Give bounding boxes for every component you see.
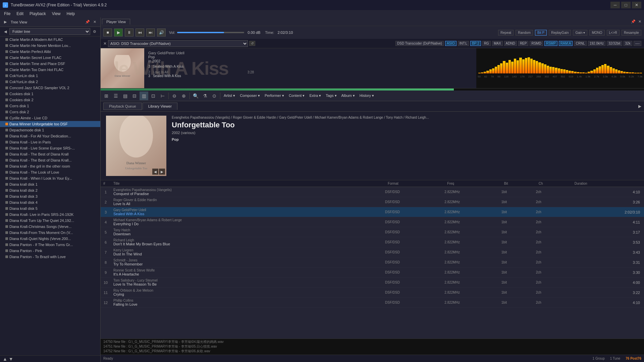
tree-item-23[interactable]: Diana Krall - When I Look In Your Ey... bbox=[0, 175, 100, 181]
output-close-button[interactable]: ✕ bbox=[103, 41, 107, 46]
tool-view3-button[interactable]: ▤ bbox=[121, 92, 129, 100]
resample-button[interactable]: Resample bbox=[622, 30, 641, 36]
table-row[interactable]: 3 Gary Geld/Peter Udell Sealed With A Ki… bbox=[101, 207, 644, 217]
search-button[interactable]: 🔍 bbox=[191, 92, 200, 100]
menu-edit[interactable]: Edit bbox=[14, 11, 26, 17]
tags-filter-dropdown[interactable]: Tags ▾ bbox=[324, 93, 338, 99]
tree-item-2[interactable]: Clarie Martin Perfect Alibi bbox=[0, 49, 100, 55]
table-row[interactable]: 2 Roger Glover & Eddie Hardin Love Is Al… bbox=[101, 197, 644, 207]
tree-item-22[interactable]: Diana Krall - The Look of Love bbox=[0, 169, 100, 175]
tree-pin-button[interactable]: 📌 bbox=[84, 19, 91, 25]
tree-item-7[interactable]: CokYunLin disk 2 bbox=[0, 79, 100, 85]
table-row[interactable]: 6 Richard Leigh Don't It Make My Brown E… bbox=[101, 237, 644, 247]
stop-button[interactable]: ■ bbox=[103, 28, 112, 37]
tree-item-27[interactable]: Diana krall disk 4 bbox=[0, 199, 100, 205]
folder-back-button[interactable]: ◀ bbox=[3, 29, 8, 35]
table-row[interactable]: 1 Evanghelos Papathanassiou (Vangelis) C… bbox=[101, 187, 644, 197]
tab-library-viewer[interactable]: Library Viewer bbox=[143, 103, 177, 110]
tree-item-10[interactable]: Cookies disk 2 bbox=[0, 97, 100, 103]
tree-item-19[interactable]: Diana Krall - The Best of Diana Krall bbox=[0, 151, 100, 157]
tool-zoom-in-button[interactable]: ⊕ bbox=[179, 92, 188, 100]
menu-view[interactable]: View bbox=[49, 11, 63, 17]
output-device-selector[interactable]: ASIO: DSD Transcoder (DoP/Native) bbox=[108, 40, 248, 47]
tree-item-20[interactable]: Diana Krall - The Best of Diana Krall... bbox=[0, 157, 100, 163]
player-pin-button[interactable]: 📌 bbox=[630, 19, 637, 24]
tree-item-15[interactable]: Depachemode disk 1 bbox=[0, 127, 100, 133]
tree-item-5[interactable]: Clarie Martin Too Darn Hot FLAC bbox=[0, 67, 100, 73]
tree-item-3[interactable]: Clarie Martin Secret Love FLAC bbox=[0, 55, 100, 61]
replaygain-button[interactable]: ReplayGain bbox=[549, 30, 571, 36]
tree-item-14[interactable]: Dana Winner Unforgetable too DSF bbox=[0, 121, 100, 127]
tree-item-13[interactable]: Cyrille Aimée - Live CD bbox=[0, 115, 100, 121]
repeat-button[interactable]: Repeat bbox=[498, 30, 514, 36]
tree-item-9[interactable]: Cookies disk 1 bbox=[0, 91, 100, 97]
table-row[interactable]: 11 Roy Orbison & Joe Melson Crying DSF/D… bbox=[101, 288, 644, 298]
table-row[interactable]: 4 Michael Kamen/Bryan Adams & Robert Lan… bbox=[101, 217, 644, 227]
table-row[interactable]: 7 Kerry Livgren Dust In The Wind DSF/DSD… bbox=[101, 247, 644, 257]
tool-view6-button[interactable]: ⊡ bbox=[149, 92, 158, 100]
playback-progress[interactable] bbox=[101, 88, 644, 90]
tree-item-8[interactable]: Concord Jazz SACD Sampler VOL 2 bbox=[0, 85, 100, 91]
tree-item-32[interactable]: Diana Krall-From This Moment On (V... bbox=[0, 230, 100, 236]
tree-nav-up-button[interactable]: ▲ bbox=[3, 356, 7, 362]
tab-playback-queue[interactable]: Playback Queue bbox=[103, 103, 142, 110]
tree-expand-button[interactable]: ▶ bbox=[3, 19, 8, 25]
tab-scroll-right[interactable]: ▶ bbox=[638, 104, 641, 109]
lr-button[interactable]: L<>R bbox=[607, 30, 620, 36]
tree-item-0[interactable]: Clarie Martin A Modern Art FLAC bbox=[0, 37, 100, 43]
extra-filter-dropdown[interactable]: Extra ▾ bbox=[307, 93, 323, 99]
tree-item-36[interactable]: Diana Panton - To Brazil with Love bbox=[0, 254, 100, 260]
tree-item-21[interactable]: Diana krall - the gril in the other room bbox=[0, 163, 100, 169]
tool-view5-button[interactable]: ▥ bbox=[140, 92, 148, 100]
table-row[interactable]: 5 Tony Hatch Downtown DSF/DSD 2.822MHz 1… bbox=[101, 227, 644, 237]
random-button[interactable]: Random bbox=[516, 30, 533, 36]
tree-item-34[interactable]: Diana Panton - If The Moon Turns Gr... bbox=[0, 242, 100, 248]
artist-filter-dropdown[interactable]: Artist ▾ bbox=[222, 93, 237, 99]
next-button[interactable]: ⏭ bbox=[146, 28, 155, 37]
volume-slider[interactable] bbox=[177, 32, 244, 33]
tree-item-33[interactable]: Diana Krall-Quiet Nights (Verve.200... bbox=[0, 236, 100, 242]
performer-filter-dropdown[interactable]: Performer ▾ bbox=[263, 93, 286, 99]
folder-dropdown[interactable]: Folder tree bbox=[9, 28, 90, 35]
table-row[interactable]: 8 Schmidt - Jones Try To Remember DSF/DS… bbox=[101, 257, 644, 267]
album-cover-prev-button[interactable]: ◀ bbox=[152, 169, 158, 175]
tool-view1-button[interactable]: ⊞ bbox=[102, 92, 111, 100]
tree-item-1[interactable]: Clarie Martin He Never Mention Lov... bbox=[0, 43, 100, 49]
history-filter-dropdown[interactable]: History ▾ bbox=[358, 93, 376, 99]
tree-item-11[interactable]: Corrs disk 1 bbox=[0, 103, 100, 109]
composer-filter-dropdown[interactable]: Composer ▾ bbox=[238, 93, 262, 99]
tree-nav-down-button[interactable]: ▼ bbox=[9, 356, 13, 362]
tree-close-button[interactable]: ✕ bbox=[92, 19, 98, 25]
album-cover-next-button[interactable]: ▶ bbox=[159, 169, 165, 175]
tree-item-25[interactable]: Diana krall disk 2 bbox=[0, 187, 100, 193]
folder-settings-button[interactable]: ⚙ bbox=[92, 29, 98, 35]
tool-zoom-out-button[interactable]: ⊖ bbox=[170, 92, 179, 100]
tree-item-28[interactable]: Diana krall disk 5 bbox=[0, 205, 100, 212]
tree-item-16[interactable]: Diana Krall - For All Your Dedication... bbox=[0, 133, 100, 139]
mono-button[interactable]: MONO bbox=[589, 30, 604, 36]
tree-item-4[interactable]: Clarie Martin Time and Place DSF bbox=[0, 61, 100, 67]
tree-item-17[interactable]: Diana Krall - Live in Paris bbox=[0, 139, 100, 145]
table-row[interactable]: 9 Ronnie Scott & Steve Wolfe It's A Hear… bbox=[101, 267, 644, 278]
tree-item-6[interactable]: CokYunLin disk 1 bbox=[0, 73, 100, 79]
content-filter-dropdown[interactable]: Content ▾ bbox=[287, 93, 307, 99]
bitp-button[interactable]: Bit P bbox=[535, 30, 547, 36]
player-view-tab[interactable]: Player View bbox=[102, 19, 130, 24]
tree-item-35[interactable]: Diana Panton - Pink bbox=[0, 248, 100, 254]
table-row[interactable]: 10 Tom Salisbury - Lucy Steymel Love Is … bbox=[101, 278, 644, 288]
minimize-button[interactable]: ─ bbox=[610, 2, 620, 8]
tree-item-12[interactable]: Corrs disk 2 bbox=[0, 109, 100, 115]
tree-item-18[interactable]: Diana Krall - Live Scene Europe SRS-... bbox=[0, 145, 100, 151]
output-refresh-button[interactable]: ↺ bbox=[249, 41, 255, 46]
tree-item-29[interactable]: Diana Krall- Live in Paris SRS-24-192K bbox=[0, 212, 100, 218]
maximize-button[interactable]: □ bbox=[621, 2, 631, 8]
tree-item-30[interactable]: Diana Krall Turn Up The Quiet 24,192... bbox=[0, 218, 100, 224]
player-close-button[interactable]: ✕ bbox=[637, 19, 643, 24]
gain-button[interactable]: Gain ▾ bbox=[573, 30, 587, 36]
tool-view4-button[interactable]: ⊟ bbox=[130, 92, 139, 100]
menu-playback[interactable]: Playback bbox=[27, 11, 49, 17]
album-filter-dropdown[interactable]: Album ▾ bbox=[339, 93, 357, 99]
tool-view2-button[interactable]: ☰ bbox=[111, 92, 120, 100]
tool-view7-button[interactable]: ⊢ bbox=[158, 92, 167, 100]
tool-extra-button[interactable]: ⊙ bbox=[210, 92, 219, 100]
